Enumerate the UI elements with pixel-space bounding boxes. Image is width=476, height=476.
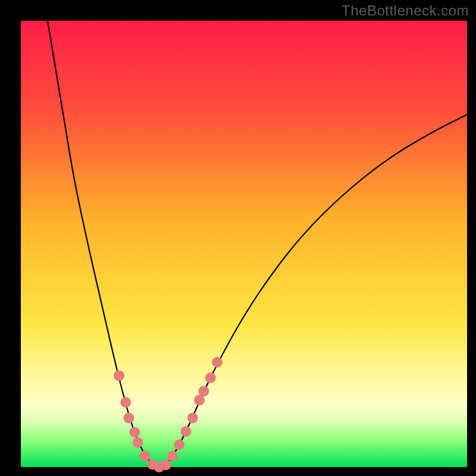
data-marker — [120, 397, 131, 408]
data-marker — [124, 413, 134, 424]
data-marker — [129, 427, 140, 438]
data-marker — [199, 386, 209, 397]
chart-canvas — [0, 0, 476, 476]
data-marker — [174, 440, 184, 450]
data-marker — [161, 459, 171, 470]
data-marker — [212, 357, 223, 368]
watermark-text: TheBottleneck.com — [342, 2, 469, 19]
chart-frame: TheBottleneck.com — [0, 0, 476, 476]
data-marker — [187, 413, 198, 424]
data-marker — [205, 372, 216, 383]
data-marker — [167, 450, 178, 461]
data-marker — [140, 450, 151, 461]
data-marker — [181, 426, 192, 437]
data-marker — [114, 370, 124, 381]
data-marker — [133, 437, 143, 448]
